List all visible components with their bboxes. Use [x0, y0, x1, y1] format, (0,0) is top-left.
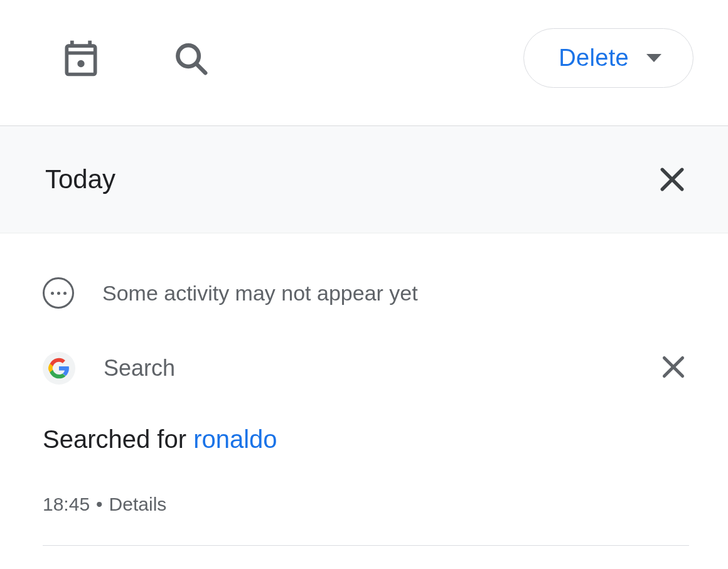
close-icon[interactable]: [655, 162, 689, 196]
calendar-icon[interactable]: [60, 37, 102, 80]
search-icon[interactable]: [171, 39, 210, 78]
google-logo-icon: [43, 352, 75, 385]
action-prefix: Searched for: [43, 425, 193, 453]
delete-button[interactable]: Delete: [523, 28, 693, 88]
delete-item-icon[interactable]: [658, 351, 689, 385]
activity-meta: 18:45•Details: [43, 494, 689, 515]
details-link[interactable]: Details: [109, 494, 167, 514]
activity-list: Some activity may not appear yet Search …: [0, 233, 728, 546]
notice-text: Some activity may not appear yet: [102, 281, 418, 306]
divider: [43, 545, 689, 546]
separator-dot: •: [96, 494, 103, 514]
ellipsis-circle-icon: [43, 277, 74, 309]
date-section-header: Today: [0, 125, 728, 233]
svg-line-1: [196, 64, 205, 73]
activity-time: 18:45: [43, 494, 90, 514]
activity-item-header: Search: [43, 351, 689, 385]
pending-activity-notice: Some activity may not appear yet: [43, 277, 689, 309]
product-name: Search: [104, 355, 175, 381]
toolbar-left: [60, 37, 210, 80]
search-query: ronaldo: [193, 425, 277, 453]
section-heading: Today: [45, 164, 115, 194]
activity-title[interactable]: Searched for ronaldo: [43, 425, 689, 454]
chevron-down-icon: [646, 54, 661, 62]
toolbar: Delete: [0, 0, 728, 125]
delete-label: Delete: [559, 45, 629, 72]
